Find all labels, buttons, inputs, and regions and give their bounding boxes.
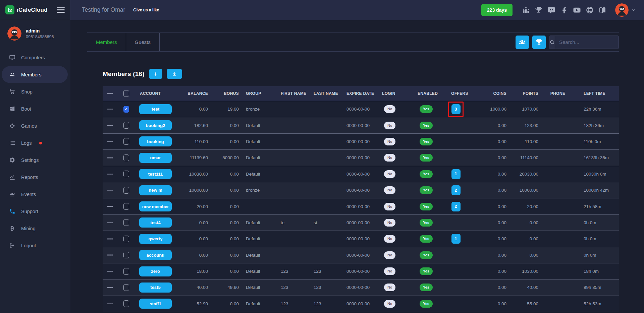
enabled-toggle-badge[interactable]: Yes: [420, 105, 433, 113]
row-checkbox[interactable]: [123, 122, 129, 129]
row-actions-button[interactable]: [107, 140, 113, 144]
row-actions-button[interactable]: [107, 286, 113, 290]
enabled-toggle-badge[interactable]: Yes: [420, 170, 433, 178]
enabled-toggle-badge[interactable]: Yes: [420, 300, 433, 308]
enabled-toggle-badge[interactable]: Yes: [420, 154, 433, 162]
header-actions-button[interactable]: [107, 91, 113, 96]
offers-badge[interactable]: 2: [451, 185, 461, 195]
ranking-icon[interactable]: [522, 6, 530, 14]
tab-guests[interactable]: Guests: [126, 33, 160, 51]
col-coins[interactable]: COINS: [476, 91, 508, 96]
account-button[interactable]: booking2: [139, 120, 172, 130]
row-checkbox[interactable]: [123, 154, 129, 161]
offers-badge[interactable]: 3: [451, 104, 461, 114]
add-member-button[interactable]: [149, 69, 162, 79]
sidebar-item-boot[interactable]: Boot: [0, 100, 70, 117]
col-expire-date[interactable]: EXPIRE DATE: [344, 91, 380, 96]
export-members-button[interactable]: [167, 69, 182, 79]
docs-book-icon[interactable]: [598, 6, 606, 14]
row-actions-button[interactable]: [107, 107, 113, 111]
menu-toggle-icon[interactable]: [57, 7, 65, 13]
account-button[interactable]: omar: [139, 153, 172, 163]
chevron-down-icon[interactable]: [631, 8, 636, 12]
offers-badge[interactable]: 2: [451, 202, 461, 211]
row-checkbox[interactable]: [123, 300, 129, 307]
give-us-a-like-link[interactable]: Give us a like: [133, 8, 159, 12]
account-button[interactable]: zero: [139, 266, 172, 276]
row-actions-button[interactable]: [107, 123, 113, 127]
row-actions-button[interactable]: [107, 302, 113, 306]
row-actions-button[interactable]: [107, 253, 113, 257]
facebook-icon[interactable]: [560, 6, 568, 14]
row-checkbox[interactable]: [123, 252, 129, 258]
row-checkbox[interactable]: [123, 106, 129, 113]
col-last-name[interactable]: LAST NAME: [311, 91, 344, 96]
row-checkbox[interactable]: [123, 268, 129, 275]
enabled-toggle-badge[interactable]: Yes: [420, 235, 433, 243]
row-actions-button[interactable]: [107, 269, 113, 273]
sidebar-item-mining[interactable]: Mining: [0, 220, 70, 237]
tab-members[interactable]: Members: [87, 33, 126, 51]
col-left-time[interactable]: LEFT TIME: [566, 91, 619, 96]
row-checkbox[interactable]: [123, 187, 129, 194]
sidebar-item-shop[interactable]: Shop: [0, 83, 70, 100]
sidebar-item-games[interactable]: Games: [0, 117, 70, 134]
row-checkbox[interactable]: [123, 219, 129, 226]
trophy-icon[interactable]: [535, 6, 543, 14]
members-view-button[interactable]: [516, 36, 529, 49]
row-checkbox[interactable]: [123, 138, 129, 145]
row-actions-button[interactable]: [107, 221, 113, 225]
enabled-toggle-badge[interactable]: Yes: [420, 203, 433, 210]
app-logo[interactable]: i2 iCafeCloud: [5, 5, 48, 14]
col-login[interactable]: LOGIN: [380, 91, 416, 96]
account-button[interactable]: test111: [139, 169, 172, 179]
account-button[interactable]: test5: [139, 283, 172, 293]
globe-icon[interactable]: [586, 6, 594, 14]
enabled-toggle-badge[interactable]: Yes: [420, 251, 433, 259]
account-button[interactable]: test4: [139, 217, 172, 228]
enabled-toggle-badge[interactable]: Yes: [420, 267, 433, 275]
enabled-toggle-badge[interactable]: Yes: [420, 186, 433, 194]
col-phone[interactable]: PHONE: [541, 91, 566, 96]
sidebar-item-support[interactable]: Support: [0, 203, 70, 220]
youtube-icon[interactable]: [573, 6, 581, 14]
user-avatar[interactable]: [615, 3, 629, 17]
select-all-checkbox[interactable]: [123, 90, 129, 97]
col-balance[interactable]: BALANCE: [175, 91, 210, 96]
row-actions-button[interactable]: [107, 204, 113, 208]
account-button[interactable]: new member: [139, 201, 172, 211]
row-checkbox[interactable]: [123, 284, 129, 291]
row-actions-button[interactable]: [107, 156, 113, 160]
account-button[interactable]: booking: [139, 136, 172, 146]
account-button[interactable]: staff1: [139, 299, 172, 309]
offers-view-button[interactable]: [532, 36, 546, 49]
col-offers[interactable]: OFFERS: [447, 91, 476, 96]
account-button[interactable]: qwerty: [139, 234, 172, 244]
offers-badge[interactable]: 1: [451, 234, 461, 244]
col-first-name[interactable]: FIRST NAME: [278, 91, 311, 96]
row-checkbox[interactable]: [123, 171, 129, 177]
account-button[interactable]: accounti: [139, 250, 172, 260]
search-input[interactable]: [555, 36, 619, 49]
enabled-toggle-badge[interactable]: Yes: [420, 284, 433, 291]
row-checkbox[interactable]: [123, 236, 129, 242]
row-actions-button[interactable]: [107, 237, 113, 241]
sidebar-item-reports[interactable]: Reports: [0, 169, 70, 186]
enabled-toggle-badge[interactable]: Yes: [420, 138, 433, 145]
sidebar-item-logout[interactable]: Logout: [0, 237, 70, 254]
sidebar-profile[interactable]: admin 096184986696: [0, 20, 70, 42]
col-group[interactable]: GROUP: [244, 91, 278, 96]
col-bonus[interactable]: BONUS: [210, 91, 244, 96]
sidebar-item-events[interactable]: Events: [0, 186, 70, 203]
col-enabled[interactable]: ENABLED: [416, 91, 447, 96]
row-actions-button[interactable]: [107, 172, 113, 176]
enabled-toggle-badge[interactable]: Yes: [420, 219, 433, 227]
col-points[interactable]: POINTS: [508, 91, 541, 96]
offers-badge[interactable]: 1: [451, 169, 461, 179]
account-button[interactable]: new m: [139, 185, 172, 195]
subscription-days-button[interactable]: 223 days: [481, 4, 513, 16]
col-account[interactable]: ACCOUNT: [135, 91, 175, 96]
sidebar-item-logs[interactable]: Logs: [0, 134, 70, 151]
row-actions-button[interactable]: [107, 188, 113, 192]
sidebar-item-members[interactable]: Members: [2, 66, 68, 83]
